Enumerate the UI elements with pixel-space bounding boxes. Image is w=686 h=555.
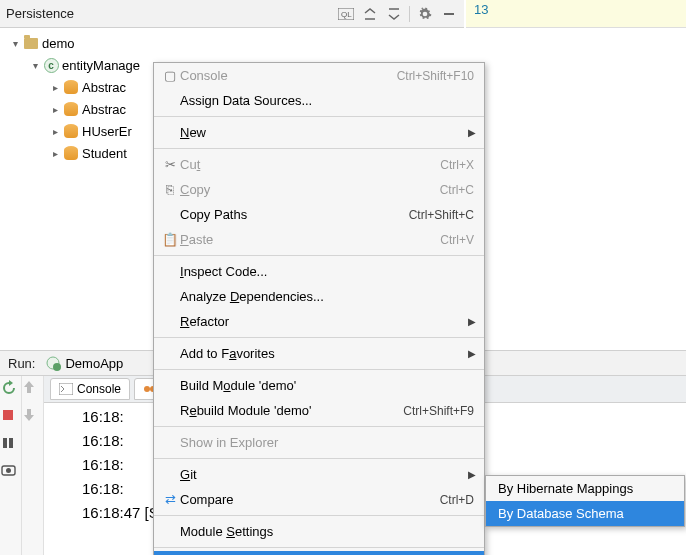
paste-icon: 📋 bbox=[160, 232, 180, 247]
submenu-hibernate-mappings[interactable]: By Hibernate Mappings bbox=[486, 476, 684, 501]
menu-assign-data-sources[interactable]: Assign Data Sources... bbox=[154, 88, 484, 113]
chevron-right-icon: ▶ bbox=[468, 469, 476, 480]
tree-label: Abstrac bbox=[82, 80, 126, 95]
chevron-right-icon[interactable]: ▸ bbox=[48, 148, 62, 159]
panel-toolbar: QL bbox=[337, 5, 458, 23]
svg-rect-10 bbox=[59, 383, 73, 395]
tree-root[interactable]: ▾ demo bbox=[0, 32, 464, 54]
entity-icon bbox=[62, 78, 80, 96]
menu-refactor[interactable]: Refactor ▶ bbox=[154, 309, 484, 334]
stop-icon[interactable] bbox=[1, 408, 19, 426]
tree-label: demo bbox=[42, 36, 75, 51]
menu-analyze-deps[interactable]: Analyze Dependencies... bbox=[154, 284, 484, 309]
rerun-icon[interactable] bbox=[1, 380, 19, 398]
chevron-right-icon: ▶ bbox=[468, 316, 476, 327]
dump-icon[interactable] bbox=[1, 464, 19, 482]
minimize-icon[interactable] bbox=[440, 5, 458, 23]
chevron-right-icon[interactable]: ▸ bbox=[48, 104, 62, 115]
context-menu: ▢ Console Ctrl+Shift+F10 Assign Data Sou… bbox=[153, 62, 485, 555]
run-config-icon bbox=[45, 355, 61, 371]
menu-add-favorites[interactable]: Add to Favorites ▶ bbox=[154, 341, 484, 366]
submenu-database-schema[interactable]: By Database Schema bbox=[486, 501, 684, 526]
menu-compare[interactable]: ⇄ Compare Ctrl+D bbox=[154, 487, 484, 512]
chevron-right-icon[interactable]: ▸ bbox=[48, 126, 62, 137]
menu-git[interactable]: Git ▶ bbox=[154, 462, 484, 487]
run-label: Run: bbox=[8, 356, 35, 371]
gear-icon[interactable] bbox=[416, 5, 434, 23]
line-number: 13 bbox=[474, 2, 488, 17]
svg-rect-5 bbox=[3, 410, 13, 420]
svg-rect-6 bbox=[3, 438, 7, 448]
menu-cut[interactable]: ✂ Cut Ctrl+X bbox=[154, 152, 484, 177]
module-icon bbox=[22, 34, 40, 52]
pause-icon[interactable] bbox=[1, 436, 19, 454]
run-gutter bbox=[0, 376, 44, 555]
menu-console[interactable]: ▢ Console Ctrl+Shift+F10 bbox=[154, 63, 484, 88]
expand-all-icon[interactable] bbox=[361, 5, 379, 23]
tree-label: Abstrac bbox=[82, 102, 126, 117]
chevron-down-icon[interactable]: ▾ bbox=[28, 60, 42, 71]
tree-label: entityManage bbox=[62, 58, 140, 73]
menu-separator bbox=[154, 369, 484, 370]
chevron-down-icon[interactable]: ▾ bbox=[8, 38, 22, 49]
chevron-right-icon: ▶ bbox=[468, 127, 476, 138]
persistence-panel-header: Persistence QL bbox=[0, 0, 464, 28]
copy-icon: ⎘ bbox=[160, 182, 180, 197]
tree-label: HUserEr bbox=[82, 124, 132, 139]
entity-icon bbox=[62, 122, 80, 140]
down-icon[interactable] bbox=[23, 408, 41, 426]
menu-show-explorer[interactable]: Show in Explorer bbox=[154, 430, 484, 455]
panel-title: Persistence bbox=[6, 6, 74, 21]
menu-paste[interactable]: 📋 Paste Ctrl+V bbox=[154, 227, 484, 252]
submenu-label: By Database Schema bbox=[498, 506, 624, 521]
editor-gutter: 13 bbox=[466, 0, 686, 28]
menu-separator bbox=[154, 255, 484, 256]
svg-point-4 bbox=[53, 363, 61, 371]
menu-rebuild-module[interactable]: Rebuild Module 'demo' Ctrl+Shift+F9 bbox=[154, 398, 484, 423]
menu-copy[interactable]: ⎘ Copy Ctrl+C bbox=[154, 177, 484, 202]
svg-rect-2 bbox=[444, 13, 454, 15]
svg-point-9 bbox=[6, 468, 11, 473]
menu-separator bbox=[154, 148, 484, 149]
menu-separator bbox=[154, 458, 484, 459]
svg-text:QL: QL bbox=[341, 10, 352, 19]
cut-icon: ✂ bbox=[160, 157, 180, 172]
chevron-right-icon: ▶ bbox=[468, 348, 476, 359]
ql-console-icon[interactable]: QL bbox=[337, 5, 355, 23]
tab-label: Console bbox=[77, 382, 121, 396]
compare-icon: ⇄ bbox=[160, 492, 180, 507]
menu-separator bbox=[154, 337, 484, 338]
run-config-name[interactable]: DemoApp bbox=[65, 356, 123, 371]
menu-generate-persistence-mapping[interactable]: Generate Persistence Mapping ▶ bbox=[154, 551, 484, 555]
menu-build-module[interactable]: Build Module 'demo' bbox=[154, 373, 484, 398]
generate-mapping-submenu: By Hibernate Mappings By Database Schema bbox=[485, 475, 685, 527]
svg-point-11 bbox=[144, 386, 150, 392]
entity-icon bbox=[62, 144, 80, 162]
console-icon: ▢ bbox=[160, 68, 180, 83]
menu-copy-paths[interactable]: Copy Paths Ctrl+Shift+C bbox=[154, 202, 484, 227]
menu-separator bbox=[154, 515, 484, 516]
tree-label: Student bbox=[82, 146, 127, 161]
menu-module-settings[interactable]: Module Settings bbox=[154, 519, 484, 544]
entity-icon bbox=[62, 100, 80, 118]
submenu-label: By Hibernate Mappings bbox=[498, 481, 633, 496]
menu-separator bbox=[154, 116, 484, 117]
menu-inspect-code[interactable]: Inspect Code... bbox=[154, 259, 484, 284]
menu-new[interactable]: New ▶ bbox=[154, 120, 484, 145]
collapse-all-icon[interactable] bbox=[385, 5, 403, 23]
tab-console[interactable]: Console bbox=[50, 378, 130, 400]
svg-rect-7 bbox=[9, 438, 13, 448]
up-icon[interactable] bbox=[23, 380, 41, 398]
entity-manager-icon: c bbox=[42, 56, 60, 74]
chevron-right-icon[interactable]: ▸ bbox=[48, 82, 62, 93]
menu-separator bbox=[154, 547, 484, 548]
menu-separator bbox=[154, 426, 484, 427]
